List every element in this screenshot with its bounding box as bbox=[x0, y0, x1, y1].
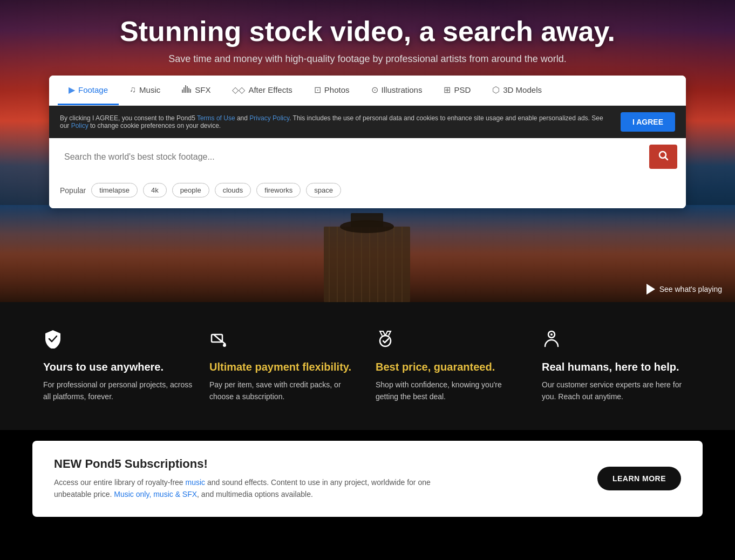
feature-humans: Real humans, here to help. Our customer … bbox=[542, 329, 692, 403]
cookie-text: By clicking I AGREE, you consent to the … bbox=[60, 114, 612, 129]
see-playing[interactable]: See what's playing bbox=[646, 284, 722, 295]
subscription-title: NEW Pond5 Subscriptions! bbox=[54, 457, 432, 471]
search-icon bbox=[658, 150, 669, 161]
music-icon: ♫ bbox=[130, 85, 136, 94]
tab-illustrations[interactable]: ⊙ Illustrations bbox=[360, 76, 433, 105]
subscription-content: NEW Pond5 Subscriptions! Access our enti… bbox=[54, 457, 432, 501]
search-container: ▶ Footage ♫ Music SFX bbox=[49, 76, 686, 208]
tag-timelapse[interactable]: timelapse bbox=[91, 183, 138, 197]
feature-use-anywhere-title: Yours to use anywhere. bbox=[43, 360, 193, 373]
subscription-banner: NEW Pond5 Subscriptions! Access our enti… bbox=[32, 441, 703, 517]
tag-fireworks[interactable]: fireworks bbox=[256, 183, 301, 197]
tab-after-effects[interactable]: ◇◇ After Effects bbox=[221, 76, 303, 105]
svg-line-7 bbox=[665, 158, 668, 160]
illustrations-icon: ⊙ bbox=[371, 85, 378, 95]
feature-use-anywhere-desc: For professional or personal projects, a… bbox=[43, 379, 193, 403]
svg-point-25 bbox=[223, 344, 226, 347]
hero-heading: Stunning stock video, a search away. bbox=[120, 16, 615, 47]
pier-visual bbox=[0, 205, 735, 302]
privacy-link[interactable]: Privacy Policy bbox=[249, 114, 289, 122]
svg-rect-1 bbox=[183, 87, 185, 93]
svg-rect-2 bbox=[185, 85, 186, 93]
after-effects-icon: ◇◇ bbox=[232, 85, 245, 95]
3d-models-icon: ⬡ bbox=[492, 85, 500, 95]
photos-icon: ⊡ bbox=[314, 85, 321, 95]
features-section: Yours to use anywhere. For professional … bbox=[0, 302, 735, 430]
tab-photos[interactable]: ⊡ Photos bbox=[303, 76, 360, 105]
svg-rect-5 bbox=[190, 89, 191, 93]
tab-footage[interactable]: ▶ Footage bbox=[58, 76, 119, 105]
sfx-icon bbox=[182, 84, 192, 95]
terms-link[interactable]: Terms of Use bbox=[197, 114, 235, 122]
popular-label: Popular bbox=[60, 186, 86, 195]
feature-use-anywhere: Yours to use anywhere. For professional … bbox=[43, 329, 193, 403]
feature-best-price-desc: Shop with confidence, knowing you're get… bbox=[376, 379, 526, 403]
shield-icon bbox=[43, 329, 193, 353]
agree-button[interactable]: I AGREE bbox=[621, 112, 675, 132]
feature-payment-desc: Pay per item, save with credit packs, or… bbox=[209, 379, 359, 403]
svg-rect-0 bbox=[182, 90, 183, 93]
music-sfx-link[interactable]: Music only, music & SFX bbox=[114, 490, 197, 498]
tab-music[interactable]: ♫ Music bbox=[119, 76, 171, 105]
psd-icon: ⊞ bbox=[444, 85, 451, 95]
payment-icon bbox=[209, 329, 359, 353]
feature-payment-title: Ultimate payment flexibility. bbox=[209, 360, 359, 373]
tag-4k[interactable]: 4k bbox=[143, 183, 167, 197]
category-tabs: ▶ Footage ♫ Music SFX bbox=[49, 76, 686, 106]
medal-icon bbox=[376, 329, 526, 353]
tab-psd[interactable]: ⊞ PSD bbox=[433, 76, 481, 105]
search-button[interactable] bbox=[649, 145, 677, 169]
cookie-banner: By clicking I AGREE, you consent to the … bbox=[49, 106, 686, 138]
feature-best-price-title: Best price, guaranteed. bbox=[376, 360, 526, 373]
tag-space[interactable]: space bbox=[306, 183, 341, 197]
footage-icon: ▶ bbox=[69, 85, 75, 95]
hero-subtitle: Save time and money with high-quality fo… bbox=[120, 53, 615, 65]
feature-humans-desc: Our customer service experts are here fo… bbox=[542, 379, 692, 403]
play-icon bbox=[646, 284, 655, 295]
tag-people[interactable]: people bbox=[172, 183, 209, 197]
tab-sfx[interactable]: SFX bbox=[171, 76, 221, 105]
tag-clouds[interactable]: clouds bbox=[215, 183, 251, 197]
search-input[interactable] bbox=[58, 148, 649, 166]
music-link[interactable]: music bbox=[186, 478, 206, 487]
svg-point-26 bbox=[380, 336, 391, 346]
tab-3d-models[interactable]: ⬡ 3D Models bbox=[481, 76, 553, 105]
svg-rect-4 bbox=[188, 88, 189, 93]
svg-rect-21 bbox=[351, 213, 383, 227]
subscription-desc: Access our entire library of royalty-fre… bbox=[54, 476, 432, 501]
svg-rect-3 bbox=[187, 86, 188, 93]
feature-humans-title: Real humans, here to help. bbox=[542, 360, 692, 373]
svg-point-28 bbox=[550, 333, 553, 336]
feature-best-price: Best price, guaranteed. Shop with confid… bbox=[376, 329, 526, 403]
popular-section: Popular timelapse 4k people clouds firew… bbox=[49, 175, 686, 208]
policy-link[interactable]: Policy bbox=[71, 122, 89, 129]
hero-title-block: Stunning stock video, a search away. Sav… bbox=[120, 0, 615, 65]
pier-svg bbox=[0, 205, 735, 302]
learn-more-button[interactable]: LEARN MORE bbox=[597, 467, 681, 490]
search-row bbox=[49, 138, 686, 175]
feature-payment: Ultimate payment flexibility. Pay per it… bbox=[209, 329, 359, 403]
human-icon bbox=[542, 329, 692, 353]
hero-section: Stunning stock video, a search away. Sav… bbox=[0, 0, 735, 302]
